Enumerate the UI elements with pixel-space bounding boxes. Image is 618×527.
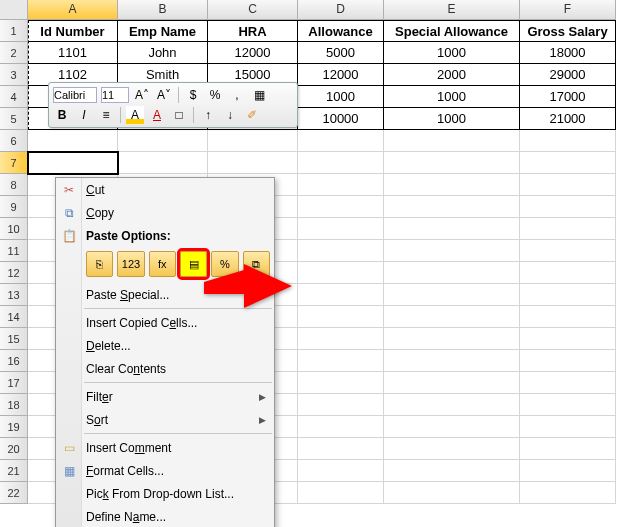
row-header[interactable]: 13 [0,284,28,306]
menu-define-name[interactable]: Define Name... [56,505,274,527]
cell[interactable] [298,130,384,152]
row-header[interactable]: 2 [0,42,28,64]
cell[interactable]: 18000 [520,42,616,64]
cell[interactable] [298,240,384,262]
border-icon[interactable]: □ [170,106,188,124]
cell[interactable] [520,240,616,262]
cell[interactable]: 1000 [298,86,384,108]
cell[interactable] [298,262,384,284]
cell[interactable]: 5000 [298,42,384,64]
cell[interactable] [384,372,520,394]
menu-filter[interactable]: Filter▶ [56,385,274,408]
cell[interactable] [520,218,616,240]
cell-B1[interactable]: Emp Name [118,20,208,42]
cell-A1[interactable]: Id Number [28,20,118,42]
select-all-corner[interactable] [0,0,28,20]
col-header-E[interactable]: E [384,0,520,20]
cell[interactable] [298,482,384,504]
col-header-F[interactable]: F [520,0,616,20]
cell[interactable] [384,394,520,416]
row-header[interactable]: 22 [0,482,28,504]
cell[interactable]: 10000 [298,108,384,130]
cell-D1[interactable]: Allowance [298,20,384,42]
comma-icon[interactable]: , [228,86,246,104]
cell-C1[interactable]: HRA [208,20,298,42]
menu-insert-comment[interactable]: ▭Insert Comment [56,436,274,459]
italic-icon[interactable]: I [75,106,93,124]
cell[interactable] [118,152,208,174]
row-header[interactable]: 21 [0,460,28,482]
cell[interactable]: John [118,42,208,64]
cell[interactable] [520,482,616,504]
cell[interactable] [384,328,520,350]
cell[interactable] [298,284,384,306]
cell[interactable] [520,350,616,372]
cell[interactable]: 2000 [384,64,520,86]
menu-pick-list[interactable]: Pick From Drop-down List... [56,482,274,505]
cell[interactable] [298,174,384,196]
percent-icon[interactable]: % [206,86,224,104]
cell[interactable] [384,152,520,174]
font-name-input[interactable] [53,87,97,103]
row-header[interactable]: 10 [0,218,28,240]
row-header[interactable]: 14 [0,306,28,328]
cell[interactable] [298,416,384,438]
cell[interactable] [520,196,616,218]
row-header[interactable]: 8 [0,174,28,196]
cell[interactable] [118,130,208,152]
menu-sort[interactable]: Sort▶ [56,408,274,431]
cell[interactable] [520,262,616,284]
cell[interactable] [384,262,520,284]
row-header[interactable]: 1 [0,20,28,42]
cell[interactable] [298,372,384,394]
align-icon[interactable]: ≡ [97,106,115,124]
cell[interactable] [384,284,520,306]
paste-all-button[interactable]: ⎘ [86,251,113,277]
cell[interactable]: 17000 [520,86,616,108]
row-header[interactable]: 16 [0,350,28,372]
cell[interactable]: 1101 [28,42,118,64]
row-header[interactable]: 3 [0,64,28,86]
cell[interactable] [520,372,616,394]
cell[interactable] [520,394,616,416]
cell[interactable] [520,460,616,482]
cell-E1[interactable]: Special Allowance [384,20,520,42]
cell[interactable] [520,438,616,460]
grow-font-icon[interactable]: A˄ [133,86,151,104]
format-painter-icon[interactable]: ✐ [243,106,261,124]
col-header-C[interactable]: C [208,0,298,20]
cell[interactable] [384,306,520,328]
cell[interactable] [384,438,520,460]
menu-format-cells[interactable]: ▦Format Cells... [56,459,274,482]
row-header[interactable]: 18 [0,394,28,416]
row-header[interactable]: 11 [0,240,28,262]
bold-icon[interactable]: B [53,106,71,124]
cell[interactable] [384,350,520,372]
cell[interactable] [520,130,616,152]
format-icon[interactable]: ▦ [250,86,268,104]
cell[interactable] [208,152,298,174]
row-header[interactable]: 4 [0,86,28,108]
cell[interactable] [298,438,384,460]
cell[interactable]: 21000 [520,108,616,130]
cell[interactable]: 12000 [298,64,384,86]
cell[interactable] [208,130,298,152]
cell[interactable] [520,284,616,306]
cell[interactable]: 29000 [520,64,616,86]
cell[interactable] [298,196,384,218]
inc-decimal-icon[interactable]: ↑ [199,106,217,124]
row-header[interactable]: 7 [0,152,28,174]
cell[interactable] [298,350,384,372]
shrink-font-icon[interactable]: A˅ [155,86,173,104]
row-header[interactable]: 17 [0,372,28,394]
cell[interactable]: 1000 [384,108,520,130]
row-header[interactable]: 6 [0,130,28,152]
cell[interactable] [298,328,384,350]
cell[interactable] [298,394,384,416]
row-header[interactable]: 12 [0,262,28,284]
cell[interactable] [298,460,384,482]
menu-copy[interactable]: ⧉Copy [56,201,274,224]
cell[interactable] [28,152,118,174]
paste-values-button[interactable]: 123 [117,251,144,277]
font-size-input[interactable] [101,87,129,103]
